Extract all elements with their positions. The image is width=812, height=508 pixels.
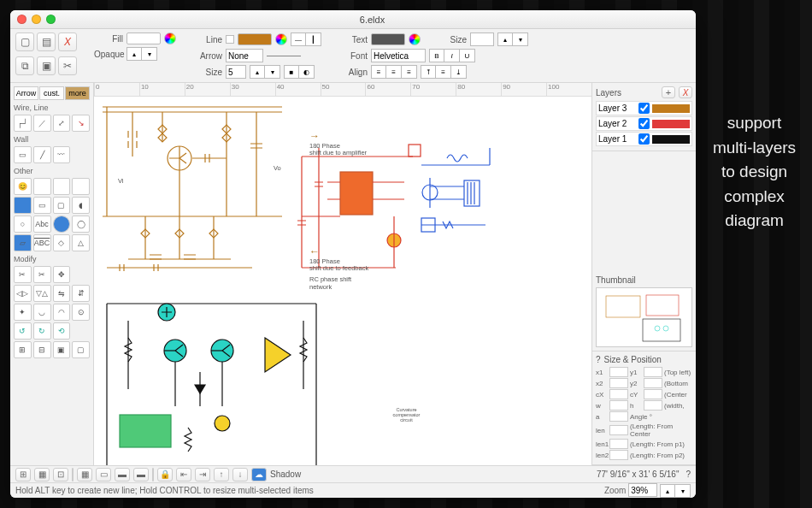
view-2[interactable]: ▬ (115, 468, 130, 481)
sp-y2[interactable] (644, 378, 662, 388)
send-back[interactable]: ↓ (232, 468, 248, 481)
titlebar[interactable]: 6.eldx (10, 10, 696, 29)
delete-layer-button[interactable]: X (679, 86, 692, 98)
tool-wire-2[interactable]: ／ (33, 115, 51, 132)
opaque-stepper[interactable]: ▴▾ (127, 47, 157, 61)
size-field[interactable] (226, 65, 246, 79)
sp-y1[interactable] (644, 367, 662, 377)
help-button[interactable]: ? (685, 470, 691, 479)
palette-tab-arrow[interactable]: Arrow (14, 86, 38, 100)
save-button[interactable]: ▤ (37, 32, 56, 51)
thumbnail-view[interactable] (596, 287, 692, 347)
tool-wave[interactable]: 〰 (53, 146, 71, 163)
sp-len1[interactable] (609, 439, 628, 449)
paste-button[interactable]: ▣ (37, 56, 56, 75)
tool-y[interactable] (53, 178, 71, 195)
tool-mirror2[interactable]: ⇵ (72, 285, 90, 302)
delete-button[interactable]: X (58, 32, 77, 51)
tool-back[interactable]: ▢ (72, 341, 90, 358)
tool-wire-4[interactable]: ↘ (72, 115, 90, 132)
layer-row-2[interactable]: Layer 2 (596, 116, 692, 131)
tool-arc2[interactable]: ◠ (53, 304, 71, 321)
cut-button[interactable]: ✂ (58, 56, 77, 75)
zoom-field[interactable] (628, 483, 657, 497)
tool-ellipse[interactable]: ◯ (72, 216, 90, 233)
tool-text[interactable]: Abc (33, 216, 51, 233)
text-colorpicker-icon[interactable] (409, 33, 421, 45)
tool-diamond[interactable]: ◇ (53, 234, 71, 251)
cap-seg[interactable]: ■◐ (284, 65, 315, 79)
palette-tab-cust[interactable]: cust. (39, 86, 64, 100)
tool-circle-fill[interactable] (53, 216, 71, 233)
tool-rect[interactable]: ▭ (33, 197, 51, 214)
layer-2-visible[interactable] (638, 118, 650, 129)
layer-3-color[interactable] (652, 104, 690, 113)
sp-w[interactable] (609, 400, 628, 411)
fontsize-stepper[interactable]: ▴▾ (497, 32, 528, 46)
sp-len2[interactable] (609, 450, 628, 460)
sp-cy[interactable] (644, 389, 662, 399)
tool-roundrect[interactable]: ▢ (53, 197, 71, 214)
fill-colorpicker-icon[interactable] (164, 32, 176, 44)
tool-ungroup[interactable]: ⊟ (33, 341, 51, 358)
sp-x1[interactable] (609, 367, 628, 377)
fontsize-select[interactable] (470, 32, 494, 46)
tool-mirror[interactable]: ⇋ (53, 285, 71, 302)
align-r[interactable]: ⇥ (195, 468, 210, 481)
layer-1-visible[interactable] (638, 133, 650, 145)
layer-3-visible[interactable] (638, 103, 650, 114)
tool-front[interactable]: ▣ (53, 341, 71, 358)
drawing-canvas[interactable]: Vi Vo →180 Phaseshift due to amplifier ←… (94, 97, 591, 465)
tool-arc3[interactable]: ⊙ (72, 304, 90, 321)
halign-seg[interactable]: ≡≡≡ (371, 65, 417, 79)
tool-wire-1[interactable]: ┌┘ (14, 115, 32, 132)
text-swatch[interactable] (371, 33, 405, 45)
tool-rotate-180[interactable]: ⟲ (53, 322, 71, 340)
sp-h[interactable] (644, 400, 662, 411)
line-cb[interactable] (226, 35, 234, 44)
align-l[interactable]: ⇤ (176, 468, 191, 481)
snap-2[interactable]: ▦ (34, 468, 50, 481)
tool-circle[interactable]: ○ (14, 216, 32, 233)
bring-front[interactable]: ↑ (214, 468, 229, 481)
line-colorpicker-icon[interactable] (275, 33, 287, 45)
tool-roundrect2[interactable]: ◖ (72, 197, 90, 214)
fill-swatch[interactable] (127, 32, 161, 44)
close-icon[interactable] (17, 15, 26, 24)
snap-1[interactable]: ⊞ (15, 468, 31, 481)
line-style-seg[interactable]: —┃ (291, 32, 321, 46)
layer-row-1[interactable]: Layer 1 (596, 132, 692, 146)
layer-2-color[interactable] (652, 120, 690, 128)
view-1[interactable]: ▭ (96, 468, 111, 481)
tool-scissors[interactable]: ✂ (14, 266, 32, 283)
tool-z[interactable] (72, 178, 90, 195)
sp-angle[interactable] (609, 411, 628, 422)
tool-move[interactable]: ✥ (53, 266, 71, 283)
tool-x[interactable] (33, 178, 51, 195)
grid-toggle[interactable]: ▦ (77, 468, 92, 481)
tool-triangle[interactable]: △ (72, 234, 90, 251)
tool-fliph[interactable]: ◁▷ (14, 285, 32, 302)
snap-3[interactable]: ⊡ (53, 468, 68, 481)
font-style-seg[interactable]: BIU (429, 49, 475, 62)
size-stepper[interactable]: ▴▾ (250, 65, 280, 79)
valign-seg[interactable]: ⤒≡⤓ (421, 65, 467, 79)
tool-wall-2[interactable]: ╱ (33, 146, 51, 163)
sp-q[interactable]: ? (596, 355, 601, 364)
sp-cx[interactable] (609, 389, 628, 399)
palette-tab-more[interactable]: more (65, 86, 90, 100)
tool-flipv[interactable]: ▽△ (33, 285, 51, 302)
shadow-toggle[interactable]: ☁ (251, 468, 267, 481)
add-layer-button[interactable]: + (662, 86, 675, 98)
tool-rotate-ccw[interactable]: ↺ (14, 322, 32, 340)
tool-wall-1[interactable]: ▭ (14, 146, 32, 163)
tool-overline[interactable]: ABC (33, 234, 51, 251)
zoom-icon[interactable] (46, 15, 56, 24)
tool-rect-fill[interactable] (14, 197, 32, 214)
tool-emoji[interactable]: 😊 (14, 178, 32, 195)
zoom-stepper[interactable]: ▴▾ (660, 484, 691, 498)
tool-cut[interactable]: ✂ (33, 266, 51, 283)
lock-button[interactable]: 🔒 (157, 468, 173, 481)
tool-arc[interactable]: ◡ (33, 304, 51, 321)
sp-len[interactable] (609, 425, 628, 435)
